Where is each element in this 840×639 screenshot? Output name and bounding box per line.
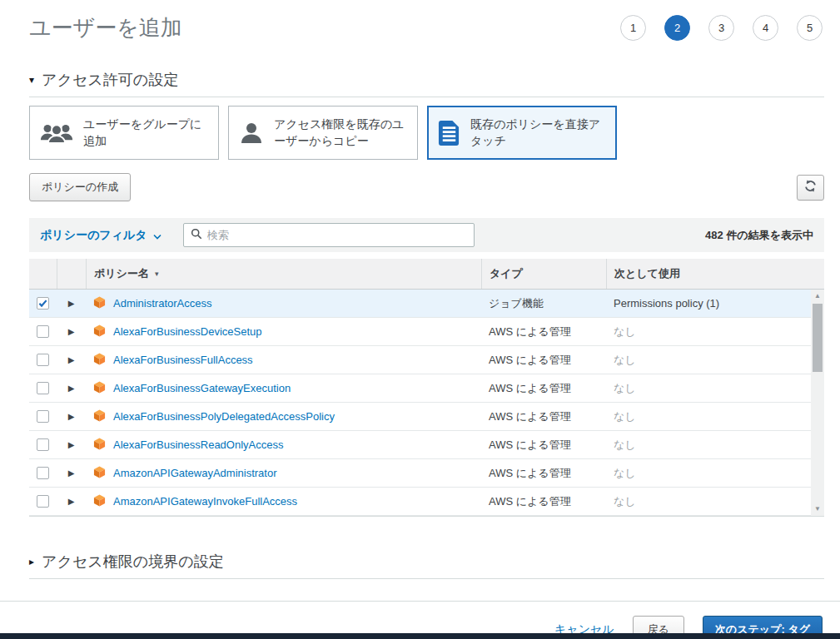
row-checkbox[interactable] bbox=[37, 495, 49, 508]
policy-type: AWS による管理 bbox=[481, 353, 606, 368]
create-policy-button[interactable]: ポリシーの作成 bbox=[29, 173, 131, 201]
expand-arrow-icon[interactable]: ▶ bbox=[68, 413, 75, 421]
option-label: 既存のポリシーを直接アタッチ bbox=[470, 116, 606, 149]
refresh-button[interactable] bbox=[797, 175, 824, 201]
scroll-thumb[interactable] bbox=[813, 304, 823, 372]
expand-arrow-icon[interactable]: ▶ bbox=[68, 498, 75, 506]
option-copy-permissions[interactable]: アクセス権限を既存のユーザーからコピー bbox=[228, 106, 418, 160]
expand-arrow-icon[interactable]: ▶ bbox=[68, 300, 75, 308]
table-row[interactable]: ▶ AlexaForBusinessDeviceSetupAWS による管理なし bbox=[29, 318, 824, 346]
policy-document-icon bbox=[438, 120, 460, 146]
expand-arrow-icon[interactable]: ▶ bbox=[68, 469, 75, 478]
table-scrollbar[interactable]: ▲ ▼ bbox=[811, 290, 824, 516]
policy-search-box[interactable] bbox=[183, 223, 475, 247]
policy-name-link[interactable]: AlexaForBusinessReadOnlyAccess bbox=[113, 438, 283, 451]
column-type: タイプ bbox=[481, 259, 606, 289]
policy-cube-icon bbox=[93, 381, 106, 396]
column-policy-name-label: ポリシー名 bbox=[94, 266, 149, 281]
policy-filter-dropdown[interactable]: ポリシーのフィルタ bbox=[40, 228, 162, 243]
policy-name-link[interactable]: AdministratorAccess bbox=[113, 297, 211, 310]
row-checkbox[interactable] bbox=[37, 382, 49, 394]
policy-used-as: Permissions policy (1) bbox=[606, 297, 824, 310]
policy-type: AWS による管理 bbox=[481, 438, 606, 453]
row-checkbox[interactable] bbox=[37, 438, 49, 451]
header-checkbox-column bbox=[29, 259, 57, 289]
policy-cube-icon bbox=[93, 324, 106, 339]
policy-cube-icon bbox=[93, 409, 106, 424]
scroll-up-icon[interactable]: ▲ bbox=[814, 290, 821, 303]
bottom-bar bbox=[0, 633, 840, 639]
policy-type: AWS による管理 bbox=[481, 494, 606, 509]
policy-type: AWS による管理 bbox=[481, 409, 606, 424]
policy-type: AWS による管理 bbox=[481, 324, 606, 339]
policy-search-input[interactable] bbox=[207, 229, 467, 241]
column-type-label: タイプ bbox=[490, 266, 523, 281]
triangle-right-icon: ▸ bbox=[29, 557, 34, 567]
column-used-as: 次として使用 bbox=[606, 259, 824, 289]
add-user-wizard: ユーザーを追加 12345 ▾ アクセス許可の設定 ユーザーをグループに追加 bbox=[0, 0, 840, 639]
table-row[interactable]: ▶ AlexaForBusinessPolyDelegatedAccessPol… bbox=[29, 403, 824, 431]
table-row[interactable]: ▶ AlexaForBusinessFullAccessAWS による管理なし bbox=[29, 346, 824, 374]
policy-name-link[interactable]: AlexaForBusinessFullAccess bbox=[113, 354, 253, 366]
option-attach-existing-policies[interactable]: 既存のポリシーを直接アタッチ bbox=[427, 106, 617, 160]
option-label: アクセス権限を既存のユーザーからコピー bbox=[274, 116, 407, 149]
step-indicator: 12345 bbox=[620, 15, 823, 41]
table-row[interactable]: ▶ AmazonAPIGatewayInvokeFullAccessAWS によ… bbox=[29, 488, 824, 516]
column-used-as-label: 次として使用 bbox=[614, 266, 680, 281]
expand-arrow-icon[interactable]: ▶ bbox=[68, 384, 75, 393]
scroll-down-icon[interactable]: ▼ bbox=[814, 503, 821, 516]
header-expand-column bbox=[57, 259, 86, 289]
permission-option-cards: ユーザーをグループに追加 アクセス権限を既存のユーザーからコピー bbox=[29, 106, 824, 160]
table-row[interactable]: ▶ AlexaForBusinessReadOnlyAccessAWS による管… bbox=[29, 431, 824, 459]
step-1: 1 bbox=[620, 15, 646, 41]
step-2-active: 2 bbox=[664, 15, 690, 41]
row-checkbox[interactable] bbox=[37, 297, 49, 310]
policy-cube-icon bbox=[93, 353, 106, 368]
policy-name-link[interactable]: AmazonAPIGatewayInvokeFullAccess bbox=[113, 495, 297, 508]
option-add-user-to-group[interactable]: ユーザーをグループに追加 bbox=[29, 106, 219, 160]
table-row[interactable]: ▶ AdministratorAccessジョブ機能Permissions po… bbox=[29, 290, 824, 318]
policy-used-as: なし bbox=[606, 353, 824, 368]
step-4: 4 bbox=[753, 15, 778, 41]
section-divider bbox=[29, 97, 824, 97]
policy-name-link[interactable]: AlexaForBusinessGatewayExecution bbox=[113, 382, 291, 394]
user-group-icon bbox=[40, 121, 73, 145]
row-checkbox[interactable] bbox=[37, 467, 49, 479]
sort-desc-icon: ▾ bbox=[155, 270, 159, 278]
policy-name-link[interactable]: AlexaForBusinessPolyDelegatedAccessPolic… bbox=[113, 410, 335, 423]
policy-name-link[interactable]: AlexaForBusinessDeviceSetup bbox=[113, 325, 261, 338]
policy-filter-bar: ポリシーのフィルタ 482 件の結果を表示中 bbox=[29, 218, 824, 252]
policy-cube-icon bbox=[93, 466, 106, 481]
results-count: 482 件の結果を表示中 bbox=[705, 228, 813, 243]
triangle-down-icon: ▾ bbox=[29, 75, 34, 85]
boundary-section-title: アクセス権限の境界の設定 bbox=[42, 552, 224, 572]
row-checkbox[interactable] bbox=[37, 410, 49, 423]
search-icon bbox=[191, 228, 202, 242]
step-3: 3 bbox=[708, 15, 734, 41]
row-checkbox[interactable] bbox=[37, 325, 49, 338]
policy-used-as: なし bbox=[606, 466, 824, 481]
row-checkbox[interactable] bbox=[37, 354, 49, 366]
table-row[interactable]: ▶ AmazonAPIGatewayAdministratorAWS による管理… bbox=[29, 459, 824, 488]
policy-table-header: ポリシー名 ▾ タイプ 次として使用 bbox=[29, 259, 824, 290]
permissions-section-header[interactable]: ▾ アクセス許可の設定 bbox=[29, 70, 824, 90]
option-label: ユーザーをグループに追加 bbox=[83, 116, 208, 149]
policy-used-as: なし bbox=[606, 381, 824, 396]
policy-type: AWS による管理 bbox=[481, 466, 606, 481]
column-policy-name[interactable]: ポリシー名 ▾ bbox=[86, 259, 481, 289]
user-icon bbox=[239, 121, 264, 146]
policy-type: ジョブ機能 bbox=[481, 296, 606, 311]
policy-table: ポリシー名 ▾ タイプ 次として使用 ▶ AdministratorAccess… bbox=[29, 259, 824, 517]
expand-arrow-icon[interactable]: ▶ bbox=[68, 356, 75, 364]
policy-type: AWS による管理 bbox=[481, 381, 606, 396]
permissions-section-title: アクセス許可の設定 bbox=[42, 70, 178, 90]
policy-cube-icon bbox=[93, 438, 106, 453]
expand-arrow-icon[interactable]: ▶ bbox=[68, 441, 75, 449]
expand-arrow-icon[interactable]: ▶ bbox=[68, 328, 75, 336]
step-5: 5 bbox=[797, 15, 823, 41]
table-row[interactable]: ▶ AlexaForBusinessGatewayExecutionAWS によ… bbox=[29, 374, 824, 403]
policy-used-as: なし bbox=[606, 494, 824, 509]
policy-name-link[interactable]: AmazonAPIGatewayAdministrator bbox=[113, 467, 277, 479]
boundary-section-header[interactable]: ▸ アクセス権限の境界の設定 bbox=[29, 552, 824, 572]
policy-cube-icon bbox=[93, 494, 106, 509]
